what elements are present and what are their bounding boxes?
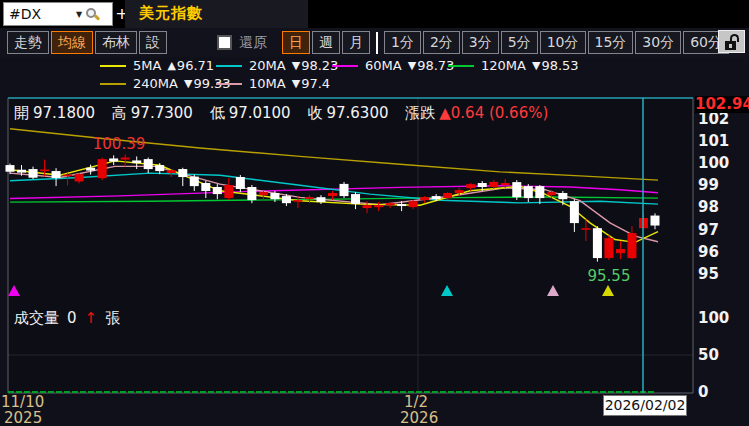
candle-body xyxy=(224,185,233,198)
legend-color-dash xyxy=(100,65,126,67)
candle-body xyxy=(604,238,613,258)
low-value: 97.0100 xyxy=(229,104,291,122)
open-label: 開 xyxy=(14,104,29,122)
legend-arrow-icon: ▼ xyxy=(408,59,416,72)
candle-body xyxy=(52,171,61,178)
candle-body xyxy=(374,205,383,207)
price-axis-tick: 101 xyxy=(698,132,729,150)
legend-arrow-icon: ▼ xyxy=(532,59,540,72)
candle-body xyxy=(75,174,84,181)
candle-body xyxy=(386,203,395,205)
legend-ma-name: 5MA xyxy=(133,58,161,73)
candle-body xyxy=(489,182,498,187)
candle-body xyxy=(443,193,452,198)
candle-body xyxy=(581,228,590,230)
volume-label: 成交量 xyxy=(14,309,59,327)
candle-body xyxy=(409,201,418,207)
candle-body xyxy=(282,196,291,203)
change-value: ▲0.64 (0.66%) xyxy=(439,104,548,122)
candle-body xyxy=(236,177,245,189)
minute-button-7[interactable]: 30分 xyxy=(635,31,681,54)
period-button-2[interactable]: 週 xyxy=(312,31,340,54)
candle-body xyxy=(432,196,441,199)
price-axis-tick: 96 xyxy=(698,243,719,261)
x-axis-year-label: 2026 xyxy=(400,409,438,426)
chart-toolbar: 走勢均線布林設 還原 日週月 1分2分3分5分10分15分30分60分 xyxy=(0,28,749,57)
volume-axis-tick: 0 xyxy=(698,383,708,401)
mode-button-4[interactable]: 設 xyxy=(139,31,167,54)
minute-button-group: 1分2分3分5分10分15分30分60分 xyxy=(384,31,731,54)
legend-color-dash xyxy=(448,65,474,67)
candle-body xyxy=(167,170,176,173)
symbol-input[interactable] xyxy=(4,6,76,22)
close-value: 97.6300 xyxy=(326,104,388,122)
candle-body xyxy=(155,165,164,171)
volume-value: 0 xyxy=(67,309,77,327)
toolbar-separator xyxy=(376,32,378,54)
minute-button-2[interactable]: 2分 xyxy=(423,31,460,54)
legend-color-dash xyxy=(216,83,242,85)
legend-ma-name: 20MA xyxy=(249,58,286,73)
tab-strip: 美元指數 xyxy=(125,0,308,28)
candle-body xyxy=(305,197,314,199)
legend-ma-value: 98.53 xyxy=(541,58,578,73)
candle-body xyxy=(478,183,487,187)
period-button-1[interactable]: 日 xyxy=(282,31,310,54)
tab-usd-index[interactable]: 美元指數 xyxy=(139,4,203,23)
candle-body xyxy=(63,175,72,177)
candle-body xyxy=(29,169,38,178)
period-button-3[interactable]: 月 xyxy=(342,31,370,54)
minute-button-5[interactable]: 10分 xyxy=(540,31,586,54)
legend-ma-value: 97.4 xyxy=(301,76,330,91)
candle-body xyxy=(616,249,625,253)
legend-item-240MA: 240MA▼99.33 xyxy=(100,76,231,91)
legend-item-20MA: 20MA▼98.23 xyxy=(216,58,338,73)
mode-button-1[interactable]: 走勢 xyxy=(7,31,49,54)
candle-body xyxy=(535,186,544,198)
minute-button-6[interactable]: 15分 xyxy=(588,31,634,54)
candle-body xyxy=(420,197,429,200)
candle-body xyxy=(121,158,130,160)
candle-body xyxy=(570,201,579,223)
minute-button-1[interactable]: 1分 xyxy=(384,31,421,54)
price-axis-tick: 97 xyxy=(698,221,719,239)
candle-body xyxy=(397,204,406,206)
open-value: 97.1800 xyxy=(33,104,95,122)
restore-checkbox-group: 還原 xyxy=(217,34,267,52)
candle-body xyxy=(547,192,556,195)
legend-arrow-icon: ▼ xyxy=(184,77,192,90)
minute-button-4[interactable]: 5分 xyxy=(501,31,538,54)
mode-button-group: 走勢均線布林設 xyxy=(7,31,169,54)
crosshair-date-tooltip: 2026/02/02 xyxy=(603,395,687,416)
candle-body xyxy=(651,216,660,226)
close-label: 收 xyxy=(307,104,322,122)
legend-ma-name: 120MA xyxy=(481,58,526,73)
candle-body xyxy=(328,193,337,196)
unlock-icon[interactable] xyxy=(718,30,745,53)
candle-body xyxy=(627,233,636,258)
price-annotation: 100.39 xyxy=(93,135,146,153)
ma-legend: 5MA▲96.7120MA▼98.2360MA▼98.73120MA▼98.53… xyxy=(100,58,740,96)
minute-button-3[interactable]: 3分 xyxy=(462,31,499,54)
search-icon[interactable] xyxy=(86,8,99,21)
x-axis-year-label: 2025 xyxy=(4,409,42,426)
candle-body xyxy=(593,228,602,258)
candle-body xyxy=(98,159,107,178)
mode-button-3[interactable]: 布林 xyxy=(95,31,137,54)
legend-ma-name: 60MA xyxy=(365,58,402,73)
candle-body xyxy=(270,193,279,199)
symbol-search-box[interactable]: ▼ xyxy=(3,2,113,26)
candle-body xyxy=(558,193,567,199)
volume-info-bar: 成交量0↑張 xyxy=(14,309,128,328)
mode-button-2[interactable]: 均線 xyxy=(51,31,93,54)
legend-arrow-icon: ▼ xyxy=(292,59,300,72)
ohlc-info-bar: 開97.1800 高97.7300 低97.0100 收97.6300 漲跌▲0… xyxy=(14,104,560,123)
legend-ma-value: 96.71 xyxy=(177,58,214,73)
legend-ma-name: 240MA xyxy=(133,76,178,91)
change-label: 漲跌 xyxy=(405,104,435,122)
candle-body xyxy=(132,160,141,163)
price-axis-max-label: 102.94 xyxy=(695,96,749,113)
chevron-down-icon[interactable]: ▼ xyxy=(76,10,82,19)
candle-body xyxy=(501,183,510,185)
restore-checkbox[interactable] xyxy=(217,35,232,50)
